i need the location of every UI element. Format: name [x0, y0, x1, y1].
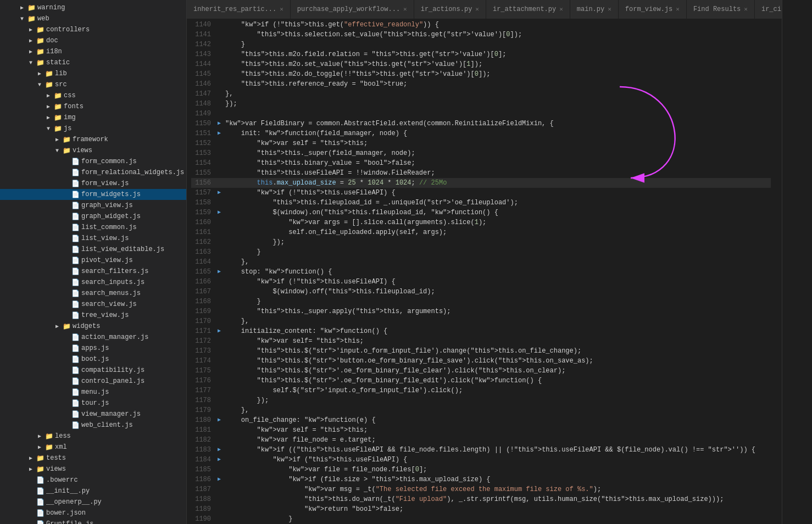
sidebar-item-web[interactable]: ▼📁web [0, 13, 186, 24]
code-line-1171: 1171▶ initialize_content: "kw">function(… [191, 326, 771, 336]
sidebar-item-list_view.js[interactable]: 📄list_view.js [0, 233, 186, 244]
sidebar-item-lib[interactable]: ▶📁lib [0, 68, 186, 79]
tab-close-icon[interactable]: ✕ [403, 5, 407, 13]
sidebar-item-img[interactable]: ▶📁img [0, 112, 186, 123]
sidebar-item-boot.js[interactable]: 📄boot.js [0, 354, 186, 365]
tab-close-icon[interactable]: ✕ [676, 5, 680, 13]
file-icon: 📄 [70, 377, 80, 386]
tab-ir_ci.pb...[interactable]: ir_ci.pb...✕ [755, 0, 782, 19]
file-icon: 📄 [70, 257, 80, 265]
tab-inherit_res_partic...[interactable]: inherit_res_partic...✕ [187, 0, 291, 19]
sidebar-item-search_inputs.js[interactable]: 📄search_inputs.js [0, 277, 186, 288]
code-line-1162: 1162 }); [191, 237, 771, 247]
line-number: 1141 [191, 30, 218, 40]
sidebar-item-fonts[interactable]: ▶📁fonts [0, 101, 186, 112]
sidebar-item-graph_view.js[interactable]: 📄graph_view.js [0, 200, 186, 211]
line-number: 1190 [191, 514, 218, 524]
sidebar-item-warning[interactable]: ▶📁warning [0, 2, 186, 13]
code-line-1186: 1186▶ "kw">if (file.size > "this">this.m… [191, 475, 771, 484]
sidebar-item-view_manager.js[interactable]: 📄view_manager.js [0, 409, 186, 420]
sidebar-item-.bowerrc[interactable]: 📄.bowerrc [0, 475, 186, 486]
tabs-bar: inherit_res_partic...✕purchase_apply_wor… [187, 0, 782, 19]
tab-ir_actions.py[interactable]: ir_actions.py✕ [414, 0, 486, 19]
sidebar-item-tour.js[interactable]: 📄tour.js [0, 398, 186, 409]
line-number: 1186 [191, 475, 218, 484]
tab-ir_attachment.py[interactable]: ir_attachment.py✕ [486, 0, 570, 19]
sidebar-item-form_view.js[interactable]: 📄form_view.js [0, 178, 186, 189]
file-arrow-placeholder [62, 181, 70, 187]
sidebar-item-form_common.js[interactable]: 📄form_common.js [0, 156, 186, 167]
folder-icon: 📁 [62, 322, 71, 331]
sidebar-item-graph_widget.js[interactable]: 📄graph_widget.js [0, 211, 186, 222]
sidebar-item-pivot_view.js[interactable]: 📄pivot_view.js [0, 255, 186, 266]
sidebar-item-controllers[interactable]: ▶📁controllers [0, 24, 186, 35]
file-arrow-placeholder [62, 291, 70, 297]
code-content[interactable]: 1139 "this">this.reference_ready = "bool… [187, 19, 782, 524]
sidebar-item-less[interactable]: ▶📁less [0, 431, 186, 442]
tab-find-results[interactable]: Find Results✕ [687, 0, 755, 19]
tab-close-icon[interactable]: ✕ [744, 5, 748, 13]
file-icon: 📄 [70, 333, 80, 342]
sidebar-item-label: static [46, 59, 70, 66]
sidebar-item-list_view_editable.js[interactable]: 📄list_view_editable.js [0, 244, 186, 255]
sidebar-item-css[interactable]: ▶📁css [0, 90, 186, 101]
sidebar-item-bower.json[interactable]: 📄bower.json [0, 508, 186, 519]
sidebar-item-i18n[interactable]: ▶📁i18n [0, 46, 186, 57]
sidebar-item-menu.js[interactable]: 📄menu.js [0, 387, 186, 398]
tab-main.py[interactable]: main.py✕ [570, 0, 619, 19]
code-line-1146: 1146 "this">this.reference_ready = "bool… [191, 79, 771, 89]
file-icon: 📄 [70, 213, 80, 221]
sidebar-item-form_relational_widgets.js[interactable]: 📄form_relational_widgets.js [0, 167, 186, 178]
tab-form_view.js[interactable]: form_view.js✕ [619, 0, 687, 19]
tab-close-icon[interactable]: ✕ [280, 5, 283, 13]
folder-icon: 📁 [35, 37, 45, 45]
sidebar-item-search_menus.js[interactable]: 📄search_menus.js [0, 288, 186, 299]
code-line-1164: 1164 }, [191, 257, 771, 267]
sidebar-item-search_filters.js[interactable]: 📄search_filters.js [0, 266, 186, 277]
line-code: "this">this.m2o.do_toggle(!!"this">this.… [225, 69, 771, 79]
sidebar-item-label: graph_view.js [81, 202, 133, 209]
file-icon: 📄 [70, 421, 80, 430]
sidebar-item-framework[interactable]: ▶📁framework [0, 134, 186, 145]
line-number: 1179 [191, 405, 218, 415]
sidebar-item-widgets[interactable]: ▶📁widgets [0, 321, 186, 332]
sidebar-item-js[interactable]: ▼📁js [0, 123, 186, 134]
sidebar-item-views[interactable]: ▼📁views [0, 145, 186, 156]
sidebar-item-views2[interactable]: ▶📁views [0, 464, 186, 475]
sidebar-item-web_client.js[interactable]: 📄web_client.js [0, 420, 186, 431]
sidebar-item-label: search_filters.js [81, 267, 148, 275]
sidebar-item-tests[interactable]: ▶📁tests [0, 453, 186, 464]
sidebar-item-label: controllers [46, 26, 90, 34]
tab-label: ir_ci.pb... [761, 5, 782, 13]
sidebar-item-src[interactable]: ▼📁src [0, 79, 186, 90]
sidebar-item-__init__.py[interactable]: 📄__init__.py [0, 486, 186, 497]
sidebar-item-__openerp__.py[interactable]: 📄__openerp__.py [0, 497, 186, 508]
tab-close-icon[interactable]: ✕ [608, 5, 611, 13]
line-number: 1169 [191, 306, 218, 316]
sidebar-item-Gruntfile.js[interactable]: 📄Gruntfile.js [0, 519, 186, 524]
sidebar-item-xml[interactable]: ▶📁xml [0, 442, 186, 453]
code-line-1157: 1157▶ "kw">if (!"this">this.useFileAPI) … [191, 188, 771, 198]
code-line-1145: 1145 "this">this.m2o.do_toggle(!!"this">… [191, 69, 771, 79]
folder-icon: 📁 [53, 114, 63, 122]
line-arrow-indicator: ▶ [218, 188, 225, 198]
sidebar-item-action_manager.js[interactable]: 📄action_manager.js [0, 332, 186, 343]
sidebar-item-static[interactable]: ▼📁static [0, 57, 186, 68]
sidebar-item-list_common.js[interactable]: 📄list_common.js [0, 222, 186, 233]
code-line-1152: 1152 "kw">var self = "this">this; [191, 138, 771, 148]
sidebar-item-control_panel.js[interactable]: 📄control_panel.js [0, 376, 186, 387]
tab-close-icon[interactable]: ✕ [475, 5, 479, 13]
tab-close-icon[interactable]: ✕ [559, 5, 563, 13]
tab-purchase_apply_workflow...[interactable]: purchase_apply_workflow...✕ [291, 0, 414, 19]
code-line-1183: 1183▶ "kw">if (("this">this.useFileAPI &… [191, 445, 771, 455]
sidebar-item-tree_view.js[interactable]: 📄tree_view.js [0, 310, 186, 321]
sidebar-item-doc[interactable]: ▶📁doc [0, 35, 186, 46]
sidebar-item-search_view.js[interactable]: 📄search_view.js [0, 299, 186, 310]
sidebar-item-label: js [64, 125, 71, 132]
sidebar-item-compatibility.js[interactable]: 📄compatibility.js [0, 365, 186, 376]
sidebar-item-form_widgets.js[interactable]: 📄form_widgets.js [0, 189, 186, 200]
line-code: "this">this.$("str">'button.oe_form_bina… [225, 356, 771, 366]
sidebar-item-apps.js[interactable]: 📄apps.js [0, 343, 186, 354]
line-code: }, [225, 89, 771, 99]
code-line-1167: 1167 $(window).off("this">this.fileuploa… [191, 287, 771, 297]
